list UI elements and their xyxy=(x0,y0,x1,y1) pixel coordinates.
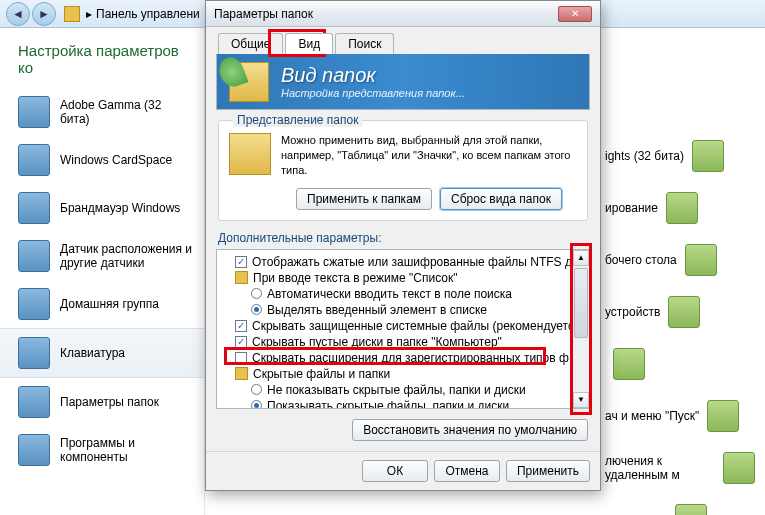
checkbox-icon[interactable] xyxy=(235,336,247,348)
tree-label: Выделять введенный элемент в списке xyxy=(267,303,487,317)
tree-row[interactable]: Отображать сжатые или зашифрованные файл… xyxy=(221,254,572,270)
banner-title: Вид папок xyxy=(281,64,465,87)
tree-row[interactable]: Автоматически вводить текст в поле поиск… xyxy=(221,286,572,302)
breadcrumb-sep: ▸ xyxy=(86,7,92,21)
tree-label: Скрывать пустые диски в папке "Компьютер… xyxy=(252,335,502,349)
tree-label: Скрывать защищенные системные файлы (рек… xyxy=(252,319,572,333)
cp-item[interactable]: бочего стола xyxy=(605,244,755,276)
cp-label: ights (32 бита) xyxy=(605,149,684,163)
cp-item[interactable]: Брандмауэр Windows xyxy=(0,184,204,232)
cp-item[interactable] xyxy=(605,348,755,380)
cp-item[interactable]: ирование xyxy=(605,192,755,224)
scroll-down-icon[interactable]: ▼ xyxy=(573,392,589,408)
advanced-label: Дополнительные параметры: xyxy=(218,231,590,245)
cp-item[interactable]: Программы и компоненты xyxy=(0,426,204,474)
tree-row[interactable]: Скрывать пустые диски в папке "Компьютер… xyxy=(221,334,572,350)
close-button[interactable]: ✕ xyxy=(558,6,592,22)
radio-icon[interactable] xyxy=(251,400,262,408)
cp-label: устройств xyxy=(605,305,660,319)
tree-row[interactable]: Не показывать скрытые файлы, папки и дис… xyxy=(221,382,572,398)
apply-button[interactable]: Применить xyxy=(506,460,590,482)
radio-icon[interactable] xyxy=(251,288,262,299)
app-icon xyxy=(613,348,645,380)
cp-item[interactable]: Windows CardSpace xyxy=(0,136,204,184)
radio-icon[interactable] xyxy=(251,384,262,395)
tree-row[interactable]: Скрывать защищенные системные файлы (рек… xyxy=(221,318,572,334)
cp-item-selected[interactable]: Клавиатура xyxy=(0,328,204,378)
tree-row[interactable]: Выделять введенный элемент в списке xyxy=(221,302,572,318)
right-column: ights (32 бита) ирование бочего стола ус… xyxy=(605,140,755,515)
restore-defaults-button[interactable]: Восстановить значения по умолчанию xyxy=(352,419,588,441)
control-panel-list: Настройка параметров ко Adobe Gamma (32 … xyxy=(0,28,205,515)
forward-button[interactable]: ► xyxy=(32,2,56,26)
tab-search[interactable]: Поиск xyxy=(335,33,394,54)
banner: Вид папок Настройка представления папок.… xyxy=(216,54,590,110)
address-text[interactable]: Панель управлени xyxy=(96,7,200,21)
cp-item[interactable]: ights (32 бита) xyxy=(605,140,755,172)
apply-to-folders-button[interactable]: Применить к папкам xyxy=(296,188,432,210)
folder-icon xyxy=(229,133,271,175)
scrollbar[interactable]: ▲ ▼ xyxy=(572,250,589,408)
checkbox-icon[interactable] xyxy=(235,320,247,332)
group-title: Представление папок xyxy=(233,113,362,127)
tab-general[interactable]: Общие xyxy=(218,33,283,54)
tree-label: Показывать скрытые файлы, папки и диски xyxy=(267,399,509,408)
tree-label: При вводе текста в режиме "Список" xyxy=(253,271,458,285)
radio-icon[interactable] xyxy=(251,304,262,315)
app-icon xyxy=(18,192,50,224)
app-icon xyxy=(18,96,50,128)
cp-label: Параметры папок xyxy=(60,395,159,409)
folder-options-dialog: Параметры папок ✕ Общие Вид Поиск Вид па… xyxy=(205,0,601,491)
dialog-footer: ОК Отмена Применить xyxy=(206,451,600,490)
checkbox-icon[interactable] xyxy=(235,352,247,364)
tree-label: Не показывать скрытые файлы, папки и дис… xyxy=(267,383,526,397)
app-icon xyxy=(692,140,724,172)
cp-item[interactable]: Adobe Gamma (32 бита) xyxy=(0,88,204,136)
banner-subtitle: Настройка представления папок... xyxy=(281,87,465,99)
cp-label: Adobe Gamma (32 бита) xyxy=(60,98,194,126)
cp-label: Датчик расположения и другие датчики xyxy=(60,242,194,270)
scroll-thumb[interactable] xyxy=(574,268,588,338)
cp-item[interactable]: устройств xyxy=(605,296,755,328)
tab-view[interactable]: Вид xyxy=(285,33,333,54)
cp-item[interactable]: лючения к удаленным м xyxy=(605,452,755,484)
scroll-track[interactable] xyxy=(573,266,589,392)
cp-label: ач и меню "Пуск" xyxy=(605,409,699,423)
group-text: Можно применить вид, выбранный для этой … xyxy=(281,133,577,178)
reset-folders-button[interactable]: Сброс вида папок xyxy=(440,188,562,210)
cp-item[interactable]: Домашняя группа xyxy=(0,280,204,328)
back-button[interactable]: ◄ xyxy=(6,2,30,26)
cp-item[interactable]: Датчик расположения и другие датчики xyxy=(0,232,204,280)
tree-label: Автоматически вводить текст в поле поиск… xyxy=(267,287,512,301)
cp-label: Windows CardSpace xyxy=(60,153,172,167)
app-icon xyxy=(675,504,707,515)
tab-strip: Общие Вид Поиск xyxy=(218,33,590,54)
checkbox-icon[interactable] xyxy=(235,256,247,268)
dialog-titlebar[interactable]: Параметры папок ✕ xyxy=(206,1,600,27)
cp-item[interactable]: Параметры папок xyxy=(0,378,204,426)
ok-button[interactable]: ОК xyxy=(362,460,428,482)
cp-label: лючения к удаленным м xyxy=(605,454,715,482)
folder-views-group: Представление папок Можно применить вид,… xyxy=(218,120,588,221)
tree-row[interactable]: Скрытые файлы и папки xyxy=(221,366,572,382)
cp-label: ирование xyxy=(605,201,658,215)
app-icon xyxy=(18,434,50,466)
tree-row-hide-extensions[interactable]: Скрывать расширения для зарегистрированн… xyxy=(221,350,572,366)
app-icon xyxy=(666,192,698,224)
tree-label: Скрытые файлы и папки xyxy=(253,367,390,381)
advanced-settings-box: Отображать сжатые или зашифрованные файл… xyxy=(216,249,590,409)
app-icon xyxy=(18,337,50,369)
cancel-button[interactable]: Отмена xyxy=(434,460,500,482)
scroll-up-icon[interactable]: ▲ xyxy=(573,250,589,266)
tree-row[interactable]: При вводе текста в режиме "Список" xyxy=(221,270,572,286)
cp-label: бочего стола xyxy=(605,253,677,267)
app-icon xyxy=(723,452,755,484)
app-icon xyxy=(18,240,50,272)
settings-tree[interactable]: Отображать сжатые или зашифрованные файл… xyxy=(217,250,572,408)
folder-icon xyxy=(235,367,248,380)
cp-item[interactable]: ач и меню "Пуск" xyxy=(605,400,755,432)
app-icon xyxy=(707,400,739,432)
tree-row[interactable]: Показывать скрытые файлы, папки и диски xyxy=(221,398,572,408)
cp-label: Клавиатура xyxy=(60,346,125,360)
cp-item[interactable]: вание речи xyxy=(605,504,755,515)
